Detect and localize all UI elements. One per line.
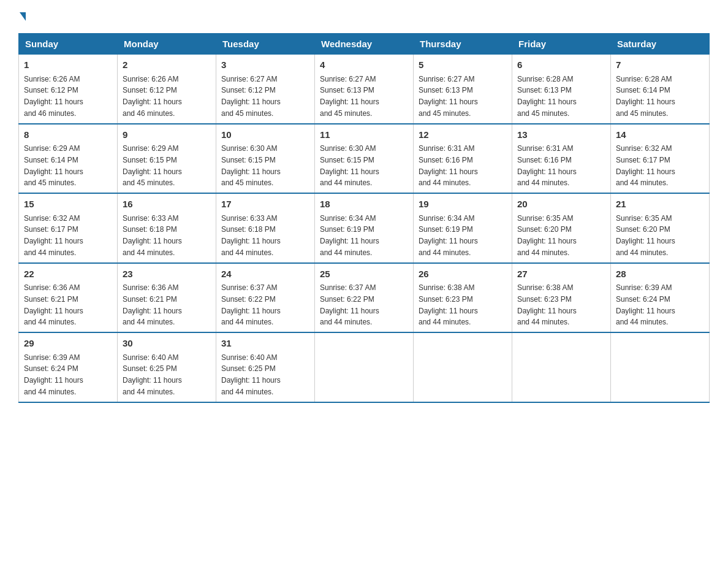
day-info: Sunrise: 6:33 AM Sunset: 6:18 PM Dayligh… [123,214,182,257]
day-number: 21 [616,197,704,212]
calendar-cell: 15 Sunrise: 6:32 AM Sunset: 6:17 PM Dayl… [19,193,118,263]
day-number: 18 [320,197,408,212]
day-info: Sunrise: 6:31 AM Sunset: 6:16 PM Dayligh… [419,144,478,187]
calendar-header-friday: Friday [512,34,611,55]
day-number: 8 [24,128,112,142]
calendar-cell [611,332,710,402]
day-number: 16 [123,197,211,212]
logo [18,12,28,21]
day-number: 20 [517,197,605,212]
calendar-cell: 1 Sunrise: 6:26 AM Sunset: 6:12 PM Dayli… [19,55,118,124]
day-info: Sunrise: 6:40 AM Sunset: 6:25 PM Dayligh… [221,353,281,396]
calendar-cell: 6 Sunrise: 6:28 AM Sunset: 6:13 PM Dayli… [512,55,611,124]
calendar-cell: 31 Sunrise: 6:40 AM Sunset: 6:25 PM Dayl… [216,332,315,402]
calendar-week-1: 1 Sunrise: 6:26 AM Sunset: 6:12 PM Dayli… [19,55,710,124]
calendar-header-saturday: Saturday [611,34,710,55]
day-info: Sunrise: 6:27 AM Sunset: 6:13 PM Dayligh… [320,75,379,118]
day-number: 1 [24,58,112,72]
day-info: Sunrise: 6:27 AM Sunset: 6:12 PM Dayligh… [221,75,281,118]
page-header [18,12,710,21]
day-number: 11 [320,128,408,142]
calendar-table: SundayMondayTuesdayWednesdayThursdayFrid… [18,33,710,403]
day-number: 29 [24,337,112,351]
day-info: Sunrise: 6:34 AM Sunset: 6:19 PM Dayligh… [419,214,478,257]
calendar-header-wednesday: Wednesday [315,34,414,55]
calendar-cell: 14 Sunrise: 6:32 AM Sunset: 6:17 PM Dayl… [611,124,710,194]
day-info: Sunrise: 6:38 AM Sunset: 6:23 PM Dayligh… [517,283,577,326]
day-number: 27 [517,267,605,282]
day-number: 26 [419,267,507,282]
logo-arrow-icon [20,12,26,21]
day-number: 28 [616,267,704,282]
day-info: Sunrise: 6:32 AM Sunset: 6:17 PM Dayligh… [616,144,675,187]
calendar-cell: 22 Sunrise: 6:36 AM Sunset: 6:21 PM Dayl… [19,263,118,333]
calendar-cell: 25 Sunrise: 6:37 AM Sunset: 6:22 PM Dayl… [315,263,414,333]
day-number: 6 [517,58,605,72]
calendar-cell: 4 Sunrise: 6:27 AM Sunset: 6:13 PM Dayli… [315,55,414,124]
calendar-week-3: 15 Sunrise: 6:32 AM Sunset: 6:17 PM Dayl… [19,193,710,263]
day-number: 13 [517,128,605,142]
day-info: Sunrise: 6:36 AM Sunset: 6:21 PM Dayligh… [24,283,83,326]
day-info: Sunrise: 6:38 AM Sunset: 6:23 PM Dayligh… [419,283,478,326]
calendar-cell: 16 Sunrise: 6:33 AM Sunset: 6:18 PM Dayl… [118,193,216,263]
calendar-cell: 13 Sunrise: 6:31 AM Sunset: 6:16 PM Dayl… [512,124,611,194]
calendar-cell: 5 Sunrise: 6:27 AM Sunset: 6:13 PM Dayli… [414,55,512,124]
calendar-cell: 30 Sunrise: 6:40 AM Sunset: 6:25 PM Dayl… [118,332,216,402]
day-number: 15 [24,197,112,212]
calendar-cell [512,332,611,402]
calendar-cell: 24 Sunrise: 6:37 AM Sunset: 6:22 PM Dayl… [216,263,315,333]
day-number: 30 [123,337,211,351]
calendar-cell: 12 Sunrise: 6:31 AM Sunset: 6:16 PM Dayl… [414,124,512,194]
calendar-cell: 9 Sunrise: 6:29 AM Sunset: 6:15 PM Dayli… [118,124,216,194]
calendar-week-5: 29 Sunrise: 6:39 AM Sunset: 6:24 PM Dayl… [19,332,710,402]
day-info: Sunrise: 6:35 AM Sunset: 6:20 PM Dayligh… [517,214,577,257]
calendar-header-sunday: Sunday [19,34,118,55]
calendar-cell: 2 Sunrise: 6:26 AM Sunset: 6:12 PM Dayli… [118,55,216,124]
calendar-week-4: 22 Sunrise: 6:36 AM Sunset: 6:21 PM Dayl… [19,263,710,333]
calendar-body: 1 Sunrise: 6:26 AM Sunset: 6:12 PM Dayli… [19,55,710,402]
day-info: Sunrise: 6:30 AM Sunset: 6:15 PM Dayligh… [221,144,281,187]
day-number: 4 [320,58,408,72]
calendar-cell: 29 Sunrise: 6:39 AM Sunset: 6:24 PM Dayl… [19,332,118,402]
day-info: Sunrise: 6:35 AM Sunset: 6:20 PM Dayligh… [616,214,675,257]
day-number: 3 [221,58,309,72]
calendar-week-2: 8 Sunrise: 6:29 AM Sunset: 6:14 PM Dayli… [19,124,710,194]
calendar-cell: 28 Sunrise: 6:39 AM Sunset: 6:24 PM Dayl… [611,263,710,333]
calendar-cell: 7 Sunrise: 6:28 AM Sunset: 6:14 PM Dayli… [611,55,710,124]
day-number: 10 [221,128,309,142]
calendar-header-row: SundayMondayTuesdayWednesdayThursdayFrid… [19,34,710,55]
calendar-cell: 10 Sunrise: 6:30 AM Sunset: 6:15 PM Dayl… [216,124,315,194]
day-number: 22 [24,267,112,282]
calendar-cell: 23 Sunrise: 6:36 AM Sunset: 6:21 PM Dayl… [118,263,216,333]
day-number: 14 [616,128,704,142]
calendar-cell: 20 Sunrise: 6:35 AM Sunset: 6:20 PM Dayl… [512,193,611,263]
day-info: Sunrise: 6:26 AM Sunset: 6:12 PM Dayligh… [123,75,182,118]
calendar-cell: 17 Sunrise: 6:33 AM Sunset: 6:18 PM Dayl… [216,193,315,263]
calendar-cell [414,332,512,402]
day-info: Sunrise: 6:29 AM Sunset: 6:14 PM Dayligh… [24,144,83,187]
day-info: Sunrise: 6:28 AM Sunset: 6:14 PM Dayligh… [616,75,675,118]
day-info: Sunrise: 6:28 AM Sunset: 6:13 PM Dayligh… [517,75,577,118]
day-number: 31 [221,337,309,351]
day-info: Sunrise: 6:34 AM Sunset: 6:19 PM Dayligh… [320,214,379,257]
calendar-cell: 8 Sunrise: 6:29 AM Sunset: 6:14 PM Dayli… [19,124,118,194]
calendar-header-monday: Monday [118,34,216,55]
calendar-cell: 21 Sunrise: 6:35 AM Sunset: 6:20 PM Dayl… [611,193,710,263]
day-number: 7 [616,58,704,72]
day-number: 12 [419,128,507,142]
day-info: Sunrise: 6:37 AM Sunset: 6:22 PM Dayligh… [221,283,281,326]
day-info: Sunrise: 6:30 AM Sunset: 6:15 PM Dayligh… [320,144,379,187]
calendar-cell: 18 Sunrise: 6:34 AM Sunset: 6:19 PM Dayl… [315,193,414,263]
calendar-cell [315,332,414,402]
calendar-cell: 26 Sunrise: 6:38 AM Sunset: 6:23 PM Dayl… [414,263,512,333]
calendar-cell: 3 Sunrise: 6:27 AM Sunset: 6:12 PM Dayli… [216,55,315,124]
day-info: Sunrise: 6:37 AM Sunset: 6:22 PM Dayligh… [320,283,379,326]
day-info: Sunrise: 6:39 AM Sunset: 6:24 PM Dayligh… [24,353,83,396]
day-info: Sunrise: 6:39 AM Sunset: 6:24 PM Dayligh… [616,283,675,326]
day-info: Sunrise: 6:32 AM Sunset: 6:17 PM Dayligh… [24,214,83,257]
day-info: Sunrise: 6:33 AM Sunset: 6:18 PM Dayligh… [221,214,281,257]
calendar-header-tuesday: Tuesday [216,34,315,55]
day-info: Sunrise: 6:27 AM Sunset: 6:13 PM Dayligh… [419,75,478,118]
calendar-header-thursday: Thursday [414,34,512,55]
day-info: Sunrise: 6:31 AM Sunset: 6:16 PM Dayligh… [517,144,577,187]
